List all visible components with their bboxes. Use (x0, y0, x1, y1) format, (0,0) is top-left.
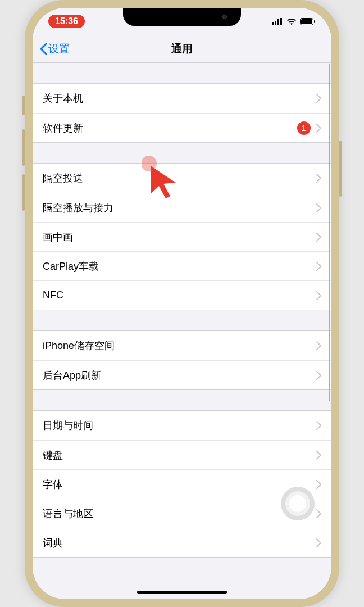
front-camera (222, 15, 227, 19)
chevron-right-icon (316, 174, 321, 183)
svg-rect-3 (280, 18, 282, 25)
item-label: 软件更新 (43, 121, 297, 135)
wifi-icon (286, 18, 297, 25)
list-item-carplay[interactable]: CarPlay车载 (33, 251, 331, 280)
list-item-storage[interactable]: iPhone储存空间 (33, 331, 331, 360)
item-label: 隔空播放与接力 (43, 201, 316, 215)
cellular-icon (272, 18, 283, 25)
list-item-pip[interactable]: 画中画 (33, 222, 331, 251)
list-item-airplay[interactable]: 隔空播放与接力 (33, 193, 331, 222)
back-button[interactable]: 设置 (39, 42, 70, 56)
item-label: iPhone储存空间 (43, 339, 316, 352)
item-label: NFC (43, 289, 316, 301)
assistive-touch-core (289, 495, 306, 512)
recording-indicator[interactable]: 15:36 (48, 15, 85, 28)
chevron-right-icon (316, 262, 321, 271)
phone-screen: 15:36 设置 通用 关于本机 (33, 8, 331, 599)
group-spacer (33, 310, 331, 330)
scroll-area[interactable]: 关于本机 软件更新 1 隔空投送 隔空播放与接力 (33, 63, 331, 599)
notch (123, 8, 241, 26)
item-label: 词典 (43, 536, 316, 550)
chevron-right-icon (316, 341, 321, 350)
chevron-right-icon (316, 291, 321, 300)
chevron-right-icon (316, 371, 321, 380)
list-item-background-refresh[interactable]: 后台App刷新 (33, 360, 331, 389)
chevron-right-icon (316, 538, 321, 547)
status-icons (272, 18, 316, 25)
list-group: 隔空投送 隔空播放与接力 画中画 CarPlay车载 NFC (33, 163, 331, 310)
item-label: 关于本机 (43, 92, 316, 105)
battery-icon (300, 18, 316, 25)
item-label: 画中画 (43, 230, 316, 244)
item-label: CarPlay车载 (43, 260, 316, 273)
chevron-right-icon (316, 94, 321, 103)
item-label: 后台App刷新 (43, 369, 316, 382)
item-label: 隔空投送 (43, 171, 316, 185)
mute-switch (22, 96, 25, 115)
volume-up (22, 129, 25, 166)
volume-down (22, 174, 25, 211)
update-badge: 1 (297, 121, 311, 135)
phone-frame: 15:36 设置 通用 关于本机 (25, 0, 339, 607)
assistive-touch[interactable] (281, 487, 315, 520)
list-item-airdrop[interactable]: 隔空投送 (33, 164, 331, 193)
back-label: 设置 (48, 42, 70, 56)
list-group: iPhone储存空间 后台App刷新 (33, 330, 331, 390)
chevron-right-icon (316, 451, 321, 460)
list-item-keyboard[interactable]: 键盘 (33, 440, 331, 469)
svg-rect-6 (314, 20, 315, 23)
chevron-right-icon (316, 233, 321, 242)
item-label: 日期与时间 (43, 419, 316, 432)
item-label: 语言与地区 (43, 507, 316, 520)
nav-bar: 设置 通用 (33, 35, 331, 63)
svg-rect-2 (277, 19, 279, 25)
home-indicator[interactable] (137, 591, 227, 594)
group-spacer (33, 63, 331, 83)
chevron-right-icon (316, 421, 321, 430)
list-group: 关于本机 软件更新 1 (33, 83, 331, 143)
chevron-right-icon (316, 480, 321, 489)
list-item-software-update[interactable]: 软件更新 1 (33, 113, 331, 142)
list-group: 日期与时间 键盘 字体 语言与地区 词典 (33, 410, 331, 558)
assistive-touch-inner (285, 491, 310, 516)
group-spacer (33, 390, 331, 410)
list-item-nfc[interactable]: NFC (33, 280, 331, 310)
list-item-datetime[interactable]: 日期与时间 (33, 411, 331, 440)
list-item-dictionary[interactable]: 词典 (33, 528, 331, 557)
chevron-right-icon (316, 509, 321, 518)
power-button (339, 141, 342, 197)
back-chevron-icon (39, 43, 47, 55)
scrollbar[interactable] (329, 64, 330, 401)
page-title: 通用 (171, 42, 193, 56)
svg-rect-1 (275, 21, 276, 25)
svg-rect-0 (272, 22, 274, 25)
group-spacer (33, 143, 331, 163)
chevron-right-icon (316, 124, 321, 133)
chevron-right-icon (316, 203, 321, 212)
item-label: 字体 (43, 478, 316, 491)
svg-rect-5 (301, 19, 312, 24)
item-label: 键盘 (43, 449, 316, 462)
list-item-about[interactable]: 关于本机 (33, 84, 331, 113)
